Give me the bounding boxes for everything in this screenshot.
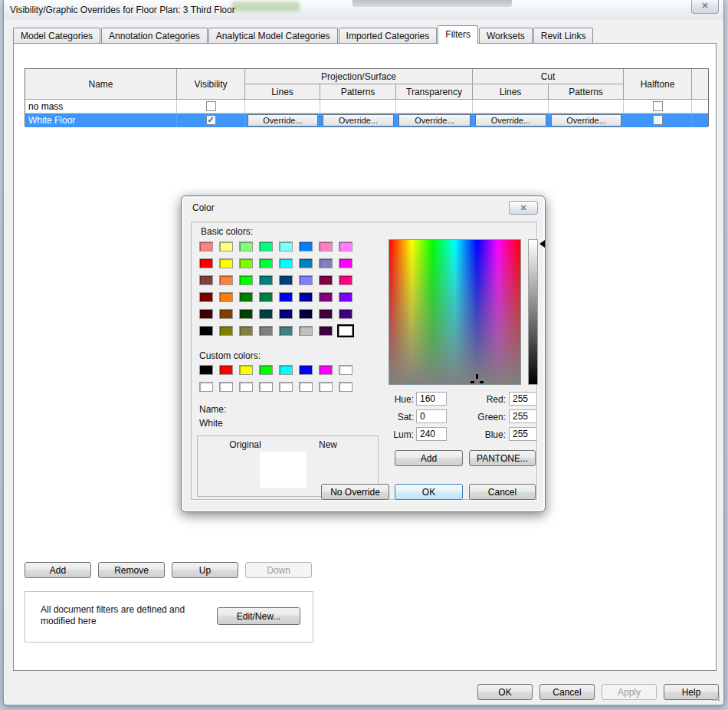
color-swatch[interactable] [279,292,293,302]
color-swatch[interactable] [299,365,313,375]
column-header-cut[interactable]: Cut [473,69,624,84]
column-header-ps-patterns[interactable]: Patterns [320,84,396,100]
luminance-slider-arrow-icon[interactable] [539,240,545,248]
color-swatch[interactable] [299,258,313,268]
color-dialog-close-button[interactable]: ✕ [509,201,538,215]
column-header-halftone[interactable]: Halftone [624,69,692,100]
remove-filter-button[interactable]: Remove [98,562,165,578]
tab-worksets[interactable]: Worksets [479,28,533,44]
tab-analytical-model-categories[interactable]: Analytical Model Categories [208,28,338,44]
color-swatch[interactable] [279,258,293,268]
color-swatch[interactable] [339,258,353,268]
color-swatch[interactable] [319,326,333,336]
column-header-projection-surface[interactable]: Projection/Surface [245,69,473,84]
color-swatch[interactable] [239,365,253,375]
color-swatch[interactable] [319,275,333,285]
column-header-ps-transparency[interactable]: Transparency [396,84,473,100]
color-swatch[interactable] [199,242,213,251]
hue-input[interactable] [416,392,447,406]
tab-filters[interactable]: Filters [438,25,478,44]
ps-patterns-override-button[interactable]: Override... [323,114,394,127]
color-swatch[interactable] [259,326,273,336]
cancel-button[interactable]: Cancel [539,684,595,700]
color-swatch[interactable] [259,382,273,392]
color-swatch[interactable] [339,309,353,319]
color-swatch[interactable] [319,309,333,319]
filter-name-cell[interactable]: White Floor [25,113,177,127]
add-filter-button[interactable]: Add [25,562,91,578]
color-ok-button[interactable]: OK [395,484,463,500]
color-swatch[interactable] [279,309,293,319]
color-swatch[interactable] [339,365,353,375]
column-header-cut-lines[interactable]: Lines [473,84,549,100]
help-button[interactable]: Help [664,684,719,700]
up-button[interactable]: Up [172,562,238,578]
column-header-name[interactable]: Name [25,69,177,100]
color-swatch[interactable] [319,292,333,302]
green-input[interactable] [509,409,537,423]
color-swatch[interactable] [279,326,293,336]
lum-input[interactable] [416,427,447,441]
color-swatch[interactable] [219,365,233,375]
color-swatch[interactable] [319,242,333,251]
color-swatch[interactable] [219,382,233,392]
halftone-checkbox[interactable] [653,115,663,125]
color-swatch[interactable] [219,292,233,302]
cut-lines-override-button[interactable]: Override... [475,114,546,127]
color-swatch[interactable] [319,258,333,268]
luminance-slider[interactable] [528,239,538,385]
titlebar[interactable]: Visibility/Graphic Overrides for Floor P… [4,0,723,20]
filter-name-cell[interactable]: no mass [25,100,177,113]
ok-button[interactable]: OK [477,684,533,700]
color-swatch[interactable] [299,275,313,285]
halftone-checkbox[interactable] [653,101,663,111]
add-custom-color-button[interactable]: Add [395,450,463,466]
column-header-cut-patterns[interactable]: Patterns [549,84,624,100]
color-swatch[interactable] [239,275,253,285]
color-swatch[interactable] [299,382,313,392]
color-swatch[interactable] [239,309,253,319]
pantone-button[interactable]: PANTONE... [469,450,536,466]
sat-input[interactable] [416,409,447,423]
tab-imported-categories[interactable]: Imported Categories [339,28,438,44]
color-swatch[interactable] [279,382,293,392]
color-swatch[interactable] [299,309,313,319]
color-swatch[interactable] [239,326,253,336]
color-swatch[interactable] [299,292,313,302]
color-swatch[interactable] [259,258,273,268]
ps-transparency-override-button[interactable]: Override... [398,114,471,127]
ps-lines-override-button[interactable]: Override... [248,114,318,127]
visibility-checkbox[interactable] [206,101,216,111]
color-swatch[interactable] [299,326,313,336]
blue-input[interactable] [509,427,537,441]
tab-model-categories[interactable]: Model Categories [13,28,100,44]
color-swatch[interactable] [259,292,273,302]
color-swatch[interactable] [259,309,273,319]
color-cancel-button[interactable]: Cancel [469,484,536,500]
color-swatch[interactable] [239,382,253,392]
column-header-ps-lines[interactable]: Lines [245,84,320,100]
color-swatch[interactable] [339,382,353,392]
color-swatch[interactable] [339,242,353,251]
color-swatch[interactable] [199,309,213,319]
table-row[interactable]: White Floor Override... Override... Over… [25,113,708,127]
edit-new-button[interactable]: Edit/New... [217,607,300,625]
color-swatch[interactable] [219,275,233,285]
color-swatch[interactable] [199,365,213,375]
color-swatch[interactable] [259,275,273,285]
color-swatch[interactable] [219,309,233,319]
color-swatch[interactable] [259,242,273,251]
color-swatch[interactable] [199,275,213,285]
color-swatch[interactable] [279,365,293,375]
color-swatch[interactable] [199,258,213,268]
hue-saturation-field[interactable] [389,239,521,385]
color-picker-crosshair[interactable] [471,374,484,385]
cut-patterns-override-button[interactable]: Override... [551,114,621,127]
color-swatch[interactable] [339,275,353,285]
color-swatch[interactable] [219,326,233,336]
color-swatch[interactable] [199,326,213,336]
color-swatch[interactable] [279,242,293,251]
visibility-checkbox[interactable] [206,115,216,125]
color-swatch[interactable] [219,258,233,268]
color-swatch[interactable] [199,382,213,392]
